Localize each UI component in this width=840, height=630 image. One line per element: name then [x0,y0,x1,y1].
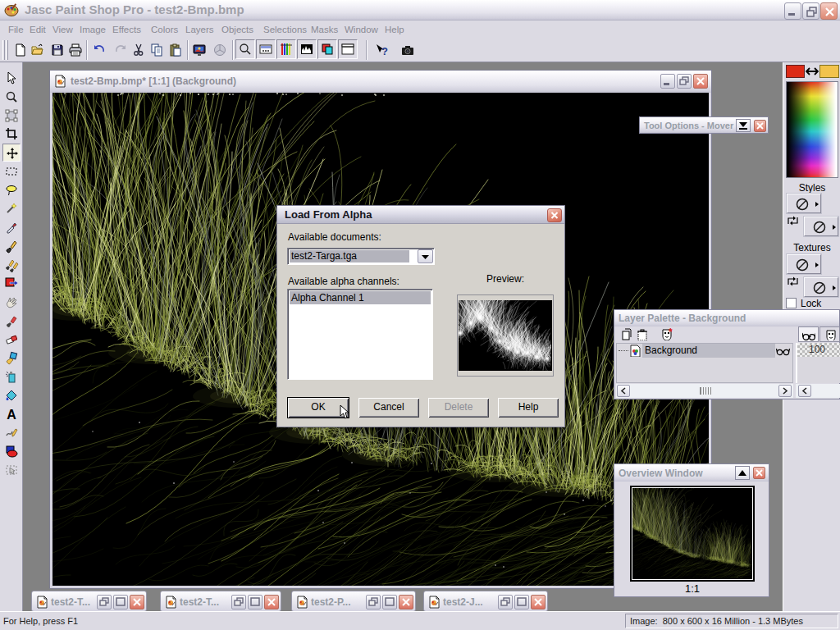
svg-text:?: ? [381,45,388,57]
svg-text:A: A [7,408,16,422]
